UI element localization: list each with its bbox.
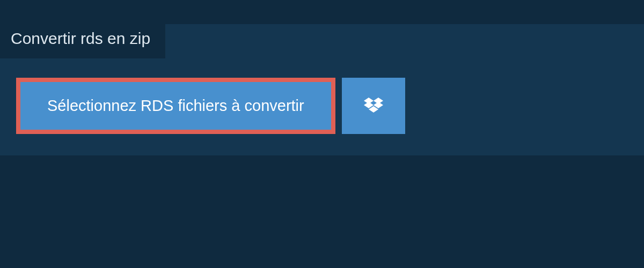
page-title: Convertir rds en zip bbox=[11, 29, 150, 47]
dropbox-icon bbox=[364, 98, 383, 115]
action-row: Sélectionnez RDS fichiers à convertir bbox=[16, 78, 644, 134]
dropbox-button[interactable] bbox=[342, 78, 405, 134]
page-title-tab: Convertir rds en zip bbox=[0, 20, 165, 58]
select-files-label: Sélectionnez RDS fichiers à convertir bbox=[47, 97, 304, 115]
converter-panel: Convertir rds en zip Sélectionnez RDS fi… bbox=[0, 24, 644, 155]
select-files-button[interactable]: Sélectionnez RDS fichiers à convertir bbox=[16, 78, 335, 134]
